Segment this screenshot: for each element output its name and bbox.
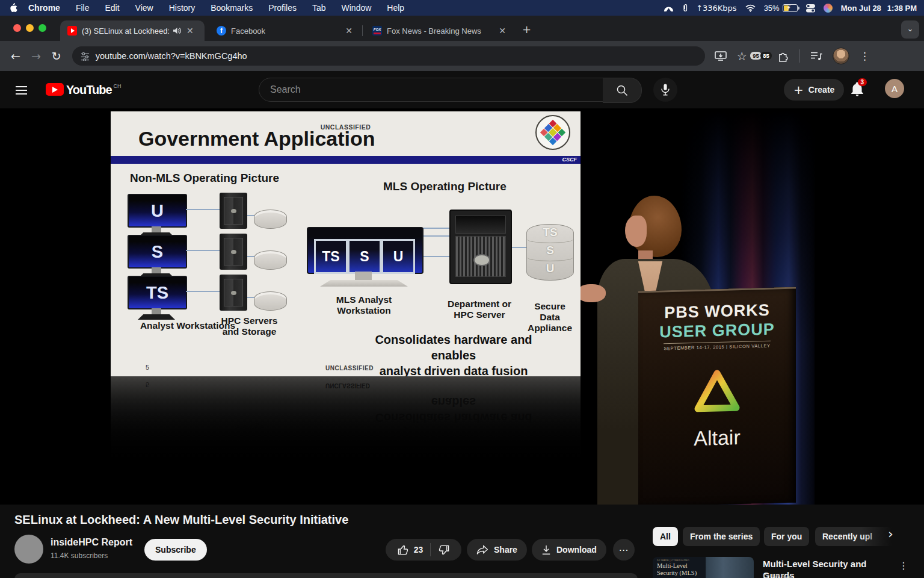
- youtube-wordmark: YouTube: [66, 83, 112, 97]
- apple-menu-icon[interactable]: [8, 2, 17, 13]
- recommended-thumbnail[interactable]: DJ WARE | CYBERGIZMO Multi-Level Securit…: [653, 557, 754, 578]
- chip-for-you[interactable]: For you: [764, 527, 809, 546]
- user-profile-icon[interactable]: [824, 4, 833, 13]
- slide-message: Consolidates hardware and enables analys…: [351, 332, 556, 379]
- download-icon: [541, 545, 551, 555]
- notification-count-badge: 3: [858, 78, 867, 86]
- slide-title: Government Application: [138, 127, 375, 151]
- new-tab-button[interactable]: +: [522, 23, 531, 36]
- chrome-menu-icon[interactable]: ⋮: [860, 50, 870, 62]
- extensions-puzzle-icon[interactable]: [778, 51, 789, 62]
- voice-search-button[interactable]: [653, 78, 677, 102]
- window-close-button[interactable]: [13, 24, 21, 32]
- chip-from-the-series[interactable]: From the series: [683, 527, 760, 546]
- network-speed: ↑336Kbps: [696, 4, 737, 13]
- bookmark-star-icon[interactable]: ☆: [737, 49, 747, 63]
- youtube-favicon: [67, 26, 77, 36]
- slide-reflection: UNCLASSIFIED 5 analyst driven data fusio…: [111, 376, 581, 467]
- create-button[interactable]: + Create: [784, 79, 844, 101]
- chips-scroll-right-icon[interactable]: ›: [888, 526, 893, 541]
- share-icon: [476, 545, 488, 555]
- youtube-logo[interactable]: YouTube CH: [46, 83, 122, 97]
- wifi-icon[interactable]: [745, 4, 756, 12]
- tab-facebook[interactable]: f Facebook ✕: [209, 20, 359, 41]
- battery-percent: 35%: [764, 4, 780, 13]
- channel-avatar[interactable]: [14, 535, 43, 564]
- workstation-monitor-ts: TS: [128, 276, 187, 309]
- search-box[interactable]: [259, 78, 604, 102]
- tab-close-icon[interactable]: ✕: [499, 26, 506, 36]
- tab-search-chevron-button[interactable]: ⌄: [901, 20, 919, 39]
- youtube-country-code: CH: [114, 83, 122, 89]
- menu-item-bookmarks[interactable]: Bookmarks: [203, 3, 260, 13]
- department-hpc-server: [449, 210, 512, 284]
- window-minimize-button[interactable]: [26, 24, 34, 32]
- mls-heading: MLS Operating Picture: [383, 180, 507, 193]
- menu-app-name[interactable]: Chrome: [17, 3, 68, 13]
- menu-item-view[interactable]: View: [128, 3, 161, 13]
- subscribe-button[interactable]: Subscribe: [144, 539, 207, 561]
- tab-youtube[interactable]: (3) SELinux at Lockheed: ✕: [60, 20, 205, 41]
- menu-item-window[interactable]: Window: [334, 3, 380, 13]
- workstation-monitor-s: S: [128, 235, 187, 269]
- download-button[interactable]: Download: [532, 539, 606, 561]
- paperclip-icon[interactable]: [682, 3, 688, 13]
- video-player[interactable]: UNCLASSIFIED Government Application CSCF…: [0, 108, 924, 505]
- tab-title: Facebook: [231, 26, 265, 36]
- hamburger-menu-icon[interactable]: [16, 84, 27, 97]
- fox-news-favicon: FOX: [372, 26, 382, 36]
- reload-button[interactable]: ↻: [52, 49, 61, 63]
- menu-item-file[interactable]: File: [68, 3, 97, 13]
- menu-item-history[interactable]: History: [161, 3, 203, 13]
- menu-item-edit[interactable]: Edit: [97, 3, 127, 13]
- media-queue-icon[interactable]: [810, 51, 822, 61]
- hpc-server: [220, 193, 247, 229]
- browser-profile-avatar[interactable]: [833, 48, 849, 64]
- extension-badge: 95: [750, 52, 762, 60]
- window-zoom-button[interactable]: [38, 24, 46, 32]
- storage-cylinder: [254, 250, 287, 270]
- more-actions-button[interactable]: ⋯: [613, 539, 635, 561]
- vpn-status-icon[interactable]: [664, 4, 674, 12]
- facebook-favicon: f: [217, 26, 226, 36]
- control-center-icon[interactable]: [806, 4, 815, 13]
- altair-brand-name: Altair: [638, 424, 796, 452]
- menu-item-help[interactable]: Help: [379, 3, 412, 13]
- install-icon[interactable]: [715, 51, 727, 61]
- back-button[interactable]: ←: [11, 49, 20, 63]
- thumbs-down-icon[interactable]: [438, 544, 449, 556]
- channel-name[interactable]: insideHPC Report: [51, 537, 132, 548]
- youtube-account-avatar[interactable]: A: [885, 79, 904, 98]
- site-settings-icon[interactable]: [81, 52, 90, 61]
- video-title: SELinux at Lockheed: A New Multi-Level S…: [14, 513, 348, 527]
- altair-logo: [691, 365, 744, 420]
- tab-close-icon[interactable]: ✕: [345, 26, 353, 36]
- notifications-button[interactable]: 3: [851, 82, 864, 99]
- tab-fox-news[interactable]: FOX Fox News - Breaking News U ✕: [365, 20, 512, 41]
- share-label: Share: [494, 545, 517, 555]
- non-mls-heading: Non-MLS Operating Picture: [130, 172, 279, 185]
- podium: PBS WORKS USER GROUP SEPTEMBER 14-17, 20…: [638, 287, 796, 505]
- share-button[interactable]: Share: [467, 539, 527, 561]
- recommended-menu-icon[interactable]: ⋮: [899, 560, 908, 571]
- url-text: youtube.com/watch?v=kBNKmGCg4ho: [96, 51, 247, 61]
- hpc-server: [220, 234, 247, 270]
- banner-label: CSCF: [562, 157, 578, 163]
- chip-all[interactable]: All: [653, 527, 678, 546]
- tab-close-icon[interactable]: ✕: [186, 26, 194, 36]
- hpc-server: [220, 275, 247, 311]
- youtube-play-icon: [46, 83, 64, 96]
- menu-item-tab[interactable]: Tab: [304, 3, 334, 13]
- address-bar[interactable]: youtube.com/watch?v=kBNKmGCg4ho: [72, 46, 705, 66]
- tab-audio-icon[interactable]: [173, 27, 182, 34]
- menu-bar-date[interactable]: Mon Jul 28: [841, 4, 881, 13]
- hpc-servers-label: HPC Servers and Storage: [212, 315, 287, 337]
- battery-status[interactable]: 35% ⚡: [764, 4, 798, 13]
- menu-item-profiles[interactable]: Profiles: [260, 3, 304, 13]
- like-button[interactable]: 23: [398, 544, 424, 556]
- search-input[interactable]: [269, 84, 584, 96]
- forward-button[interactable]: →: [31, 49, 41, 63]
- seal-mosaic: [540, 120, 565, 145]
- search-button[interactable]: [603, 78, 642, 103]
- description-box-top[interactable]: [14, 573, 638, 578]
